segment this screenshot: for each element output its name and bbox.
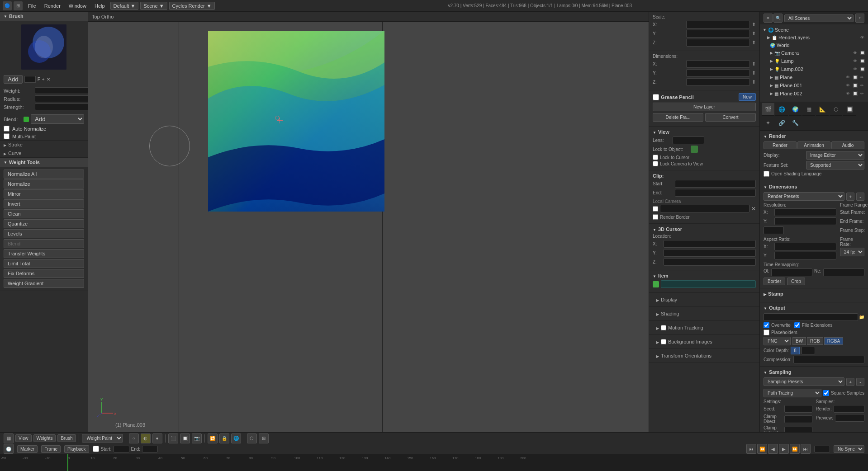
lamp002-item[interactable]: ▶ 💡 Lamp.002 👁 🔲 — [760, 65, 868, 73]
cursor-x-input[interactable]: 0.0000 — [664, 240, 756, 248]
camera-input[interactable]: Camera — [660, 205, 749, 212]
levels-btn[interactable]: Levels — [4, 229, 84, 238]
item-name-input[interactable]: Plane.003 — [661, 280, 756, 288]
cam-render-icon[interactable]: 🔲 — [859, 50, 865, 56]
bt-mode-icon[interactable]: ▦ — [4, 433, 14, 443]
tl-next-frame-icon[interactable]: ⏩ — [790, 444, 800, 454]
plane-item[interactable]: ▶ ▦ Plane 👁 🔲 ✏ — [760, 73, 868, 81]
presets-plus-btn[interactable]: + — [846, 193, 854, 201]
shading-header[interactable]: Shading — [653, 310, 756, 318]
lamp-vis-icon[interactable]: 👁 — [852, 58, 858, 64]
quantize-btn[interactable]: Quantize — [4, 219, 84, 228]
tl-play-icon[interactable]: ▶ — [779, 444, 789, 454]
depth-16-input[interactable]: 16 — [802, 347, 815, 354]
render-samples-input[interactable]: 12 — [834, 405, 864, 413]
overwrite-checkbox[interactable] — [764, 322, 769, 328]
constraint-tab-icon[interactable]: 🔗 — [775, 117, 788, 129]
brush-x-icon[interactable]: ✕ — [47, 77, 50, 82]
plane-render-icon[interactable]: 🔲 — [852, 74, 858, 80]
tl-start-input[interactable]: 1 — [114, 446, 129, 452]
samp-preset-select[interactable]: Sampling Presets — [764, 377, 844, 386]
aspect-x-input[interactable]: 1.000 — [774, 243, 836, 250]
mesh-tab-icon[interactable]: 📐 — [816, 103, 829, 116]
brush-section-header[interactable]: Brush — [0, 12, 88, 21]
samp-plus-btn[interactable]: + — [846, 378, 854, 386]
cursor-z-input[interactable]: 0.0000 — [664, 258, 756, 266]
lamp-item[interactable]: ▶ 💡 Lamp 👁 🔲 — [760, 57, 868, 65]
render-tab-icon[interactable]: 🎬 — [762, 103, 774, 116]
cam-vis-icon[interactable]: 👁 — [852, 50, 858, 56]
bt-icon1[interactable]: ○ — [129, 433, 139, 443]
plane002-render-icon[interactable]: 🔲 — [852, 90, 858, 97]
lens-input[interactable]: 35.000 — [673, 137, 704, 144]
weight-gradient-btn[interactable]: Weight Gradient — [4, 279, 84, 288]
scale-y-input[interactable]: 10.000 — [686, 30, 750, 38]
outliner-plus-icon[interactable]: + — [855, 14, 864, 23]
transform-orient-header[interactable]: Transform Orientations — [653, 352, 756, 360]
menu-help[interactable]: Help — [91, 2, 109, 9]
curve-header[interactable]: Curve — [0, 149, 88, 157]
part-tab-icon[interactable]: ✦ — [762, 117, 774, 129]
scene-tab-icon[interactable]: 🌐 — [775, 103, 788, 116]
scale-x-input[interactable]: 10.000 — [686, 21, 750, 28]
camera-checkbox[interactable] — [653, 206, 658, 212]
brush-num-input[interactable]: 2 — [24, 76, 36, 83]
auto-normalize-checkbox[interactable] — [4, 126, 9, 132]
square-samples-checkbox[interactable] — [823, 390, 829, 396]
format-select[interactable]: PNG — [764, 337, 791, 345]
lamp002-vis-icon[interactable]: 👁 — [852, 66, 858, 72]
plane001-render-icon[interactable]: 🔲 — [852, 82, 858, 89]
border-btn[interactable]: Border — [764, 278, 785, 285]
tl-playback-btn[interactable]: Playback — [64, 445, 89, 453]
dim-z-input[interactable]: 0.000 — [686, 78, 750, 86]
crop-btn[interactable]: Crop — [787, 278, 805, 285]
rgb-btn[interactable]: RGB — [807, 337, 823, 345]
animation-btn[interactable]: Animation — [797, 141, 830, 149]
modifier-tab-icon[interactable]: 🔧 — [789, 117, 802, 129]
samp-method-select[interactable]: Path Tracing — [764, 389, 821, 397]
scene-item[interactable]: ▼ 🌐 Scene — [760, 26, 868, 33]
display-select[interactable]: Image Editor — [806, 151, 864, 160]
aspect-y-input[interactable]: 1.000 — [774, 252, 836, 259]
scene-selector[interactable]: Scene ▼ — [140, 2, 167, 10]
output-path-input[interactable]: /tmp/ — [764, 313, 858, 321]
old-val-input[interactable]: 100 — [771, 268, 812, 276]
viewport-canvas[interactable]: X Y (1) Plane.003 — [88, 22, 649, 432]
plane002-vis-icon[interactable]: 👁 — [844, 90, 851, 97]
weight-input[interactable]: 0.752 — [35, 87, 88, 94]
gp-new-layer-btn[interactable]: New Layer — [653, 103, 756, 111]
blend-btn[interactable]: Blend — [4, 239, 84, 248]
depth-8-btn[interactable]: 8 — [791, 347, 800, 354]
bt-icon3[interactable]: ● — [152, 433, 162, 443]
weight-tools-header[interactable]: Weight Tools — [0, 158, 88, 167]
brush-btn[interactable]: Brush — [57, 434, 76, 442]
output-folder-icon[interactable]: 📁 — [859, 315, 864, 320]
tl-frame-btn[interactable]: Frame — [41, 445, 61, 453]
tl-prev-frame-icon[interactable]: ⏪ — [757, 444, 767, 454]
world-tab-icon[interactable]: 🌍 — [789, 103, 802, 116]
normalize-all-btn[interactable]: Normalize All — [4, 170, 84, 179]
fps-select[interactable]: 24 fps — [840, 248, 864, 256]
mirror-btn[interactable]: Mirror — [4, 189, 84, 198]
percent-input[interactable]: 50% — [764, 226, 784, 234]
outliner-search-icon[interactable]: 🔍 — [773, 14, 783, 23]
obj-tab-icon[interactable]: ▦ — [802, 103, 815, 116]
bg-images-header[interactable]: Background Images — [653, 338, 756, 346]
audio-btn[interactable]: Audio — [831, 141, 864, 149]
limit-total-btn[interactable]: Limit Total — [4, 259, 84, 268]
blend-select[interactable]: Add — [31, 114, 84, 124]
lamp002-render-icon[interactable]: 🔲 — [859, 66, 865, 72]
open-shading-checkbox[interactable] — [764, 171, 769, 177]
motion-tracking-header[interactable]: Motion Tracking — [653, 324, 756, 332]
invert-btn[interactable]: Invert — [4, 199, 84, 208]
feature-set-select[interactable]: Supported — [806, 161, 864, 170]
res-x-input[interactable]: 1920 px — [774, 208, 836, 216]
plane002-edit-icon[interactable]: ✏ — [859, 90, 865, 97]
plane002-item[interactable]: ▶ ▦ Plane.002 👁 🔲 ✏ — [760, 89, 868, 98]
tl-jump-end-icon[interactable]: ⏭ — [801, 444, 811, 454]
weights-btn[interactable]: Weights — [33, 434, 56, 442]
bt-icon10[interactable]: ⬡ — [247, 433, 257, 443]
tl-checkbox[interactable] — [93, 446, 99, 452]
dim-x-input[interactable]: 20.000 — [686, 60, 750, 68]
render-border-checkbox[interactable] — [653, 214, 658, 220]
